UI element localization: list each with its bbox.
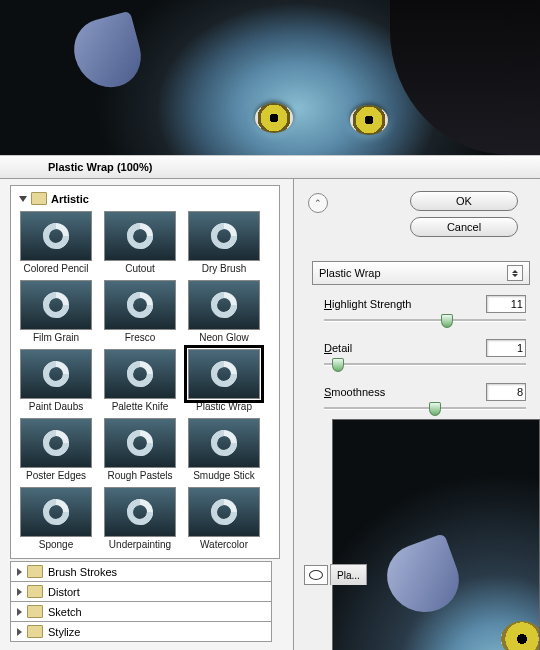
thumb-poster-edges[interactable]: Poster Edges: [17, 418, 95, 481]
dialog-titlebar: Plastic Wrap (100%): [0, 155, 540, 179]
disclosure-right-icon: [17, 568, 22, 576]
folder-icon: [27, 565, 43, 578]
thumb-colored-pencil[interactable]: Colored Pencil: [17, 211, 95, 274]
thumb-preview: [188, 211, 260, 261]
thumb-label: Rough Pastels: [101, 470, 179, 481]
thumb-sponge[interactable]: Sponge: [17, 487, 95, 550]
thumb-label: Underpainting: [101, 539, 179, 550]
thumb-preview: [20, 280, 92, 330]
folder-icon: [27, 625, 43, 638]
thumb-label: Watercolor: [185, 539, 263, 550]
thumb-label: Film Grain: [17, 332, 95, 343]
thumb-palette-knife[interactable]: Palette Knife: [101, 349, 179, 412]
collapse-chevron-icon[interactable]: ⌃: [308, 193, 328, 213]
eye-region: [501, 621, 540, 650]
category-label: Sketch: [48, 606, 82, 618]
thumb-smudge-stick[interactable]: Smudge Stick: [185, 418, 263, 481]
slider-smoothness: Smoothness: [324, 383, 526, 409]
eye-right: [350, 105, 388, 135]
thumb-film-grain[interactable]: Film Grain: [17, 280, 95, 343]
hair-region: [390, 0, 540, 155]
highlight-strength-input[interactable]: [486, 295, 526, 313]
thumb-label: Cutout: [101, 263, 179, 274]
slider-handle[interactable]: [441, 314, 453, 328]
thumb-dry-brush[interactable]: Dry Brush: [185, 211, 263, 274]
folder-icon: [27, 605, 43, 618]
disclosure-right-icon: [17, 608, 22, 616]
effect-tab[interactable]: Pla...: [330, 564, 367, 585]
slider-track[interactable]: [324, 319, 526, 321]
folder-icon: [27, 585, 43, 598]
thumb-preview: [104, 211, 176, 261]
thumbnail-grid: Colored PencilCutoutDry BrushFilm GrainF…: [15, 207, 275, 554]
thumb-preview: [104, 280, 176, 330]
dropdown-stepper-icon: [507, 265, 523, 281]
thumb-preview: [20, 418, 92, 468]
cancel-button[interactable]: Cancel: [410, 217, 518, 237]
thumb-preview: [104, 349, 176, 399]
thumb-label: Palette Knife: [101, 401, 179, 412]
slider-detail: Detail: [324, 339, 526, 365]
category-distort[interactable]: Distort: [10, 582, 272, 602]
thumb-paint-daubs[interactable]: Paint Daubs: [17, 349, 95, 412]
thumb-preview: [104, 487, 176, 537]
dialog-title: Plastic Wrap (100%): [48, 161, 152, 173]
gallery-box: Artistic Colored PencilCutoutDry BrushFi…: [10, 185, 280, 559]
slider-label: Highlight Strength: [324, 298, 411, 310]
slider-label: Detail: [324, 342, 352, 354]
visibility-eye-icon[interactable]: [304, 565, 328, 585]
thumb-watercolor[interactable]: Watercolor: [185, 487, 263, 550]
category-label: Stylize: [48, 626, 80, 638]
category-brush-strokes[interactable]: Brush Strokes: [10, 561, 272, 582]
thumb-preview: [20, 211, 92, 261]
thumb-rough-pastels[interactable]: Rough Pastels: [101, 418, 179, 481]
ear-region: [378, 533, 468, 623]
category-stylize[interactable]: Stylize: [10, 622, 272, 642]
filter-gallery-panel: Artistic Colored PencilCutoutDry BrushFi…: [0, 179, 294, 650]
category-label: Artistic: [51, 193, 89, 205]
thumb-label: Sponge: [17, 539, 95, 550]
slider-handle[interactable]: [332, 358, 344, 372]
thumb-label: Paint Daubs: [17, 401, 95, 412]
disclosure-right-icon: [17, 588, 22, 596]
thumb-fresco[interactable]: Fresco: [101, 280, 179, 343]
thumb-underpainting[interactable]: Underpainting: [101, 487, 179, 550]
thumb-preview: [188, 487, 260, 537]
eye-left: [255, 103, 293, 133]
filter-dropdown[interactable]: Plastic Wrap: [312, 261, 530, 285]
detail-input[interactable]: [486, 339, 526, 357]
thumb-preview: [104, 418, 176, 468]
filter-dropdown-value: Plastic Wrap: [319, 267, 381, 279]
effect-layer-tabs: Pla...: [304, 564, 367, 585]
disclosure-down-icon: [19, 196, 27, 202]
slider-track[interactable]: [324, 407, 526, 409]
category-label: Distort: [48, 586, 80, 598]
category-sketch[interactable]: Sketch: [10, 602, 272, 622]
thumb-label: Poster Edges: [17, 470, 95, 481]
thumb-label: Dry Brush: [185, 263, 263, 274]
folder-icon: [31, 192, 47, 205]
thumb-neon-glow[interactable]: Neon Glow: [185, 280, 263, 343]
thumb-preview: [188, 349, 260, 399]
slider-handle[interactable]: [429, 402, 441, 416]
closed-categories: Brush StrokesDistortSketchStylize: [10, 561, 272, 642]
thumb-cutout[interactable]: Cutout: [101, 211, 179, 274]
thumb-label: Colored Pencil: [17, 263, 95, 274]
ok-button[interactable]: OK: [410, 191, 518, 211]
category-header-artistic[interactable]: Artistic: [15, 190, 275, 207]
disclosure-right-icon: [17, 628, 22, 636]
slider-label: Smoothness: [324, 386, 385, 398]
settings-panel: ⌃ OK Cancel Plastic Wrap Highlight Stren…: [294, 179, 540, 650]
thumb-label: Smudge Stick: [185, 470, 263, 481]
thumb-plastic-wrap[interactable]: Plastic Wrap: [185, 349, 263, 412]
thumb-label: Fresco: [101, 332, 179, 343]
thumb-preview: [188, 418, 260, 468]
thumb-preview: [20, 349, 92, 399]
category-label: Brush Strokes: [48, 566, 117, 578]
thumb-preview: [20, 487, 92, 537]
preview-overlay: [332, 419, 540, 650]
ear-region: [67, 11, 148, 95]
thumb-preview: [188, 280, 260, 330]
smoothness-input[interactable]: [486, 383, 526, 401]
slider-track[interactable]: [324, 363, 526, 365]
